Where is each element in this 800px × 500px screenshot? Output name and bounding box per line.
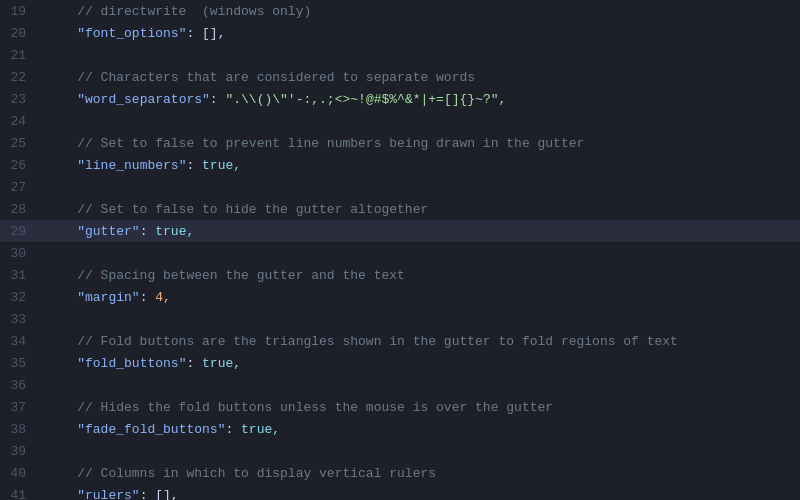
code-line: 23 "word_separators": ".\\()\"'-:,.;<>~!… bbox=[0, 88, 800, 110]
line-content: // Fold buttons are the triangles shown … bbox=[38, 334, 800, 349]
code-line: 33 bbox=[0, 308, 800, 330]
code-line: 32 "margin": 4, bbox=[0, 286, 800, 308]
line-content bbox=[38, 180, 800, 195]
line-content: "fade_fold_buttons": true, bbox=[38, 422, 800, 437]
line-number: 37 bbox=[0, 400, 38, 415]
line-number: 38 bbox=[0, 422, 38, 437]
line-content: // Hides the fold buttons unless the mou… bbox=[38, 400, 800, 415]
code-line: 29 "gutter": true, bbox=[0, 220, 800, 242]
code-line: 27 bbox=[0, 176, 800, 198]
line-number: 30 bbox=[0, 246, 38, 261]
line-number: 32 bbox=[0, 290, 38, 305]
code-line: 28 // Set to false to hide the gutter al… bbox=[0, 198, 800, 220]
code-line: 20 "font_options": [], bbox=[0, 22, 800, 44]
code-line: 21 bbox=[0, 44, 800, 66]
line-content bbox=[38, 444, 800, 459]
code-line: 38 "fade_fold_buttons": true, bbox=[0, 418, 800, 440]
line-content: // Spacing between the gutter and the te… bbox=[38, 268, 800, 283]
line-content bbox=[38, 48, 800, 63]
code-line: 37 // Hides the fold buttons unless the … bbox=[0, 396, 800, 418]
line-content bbox=[38, 114, 800, 129]
line-number: 33 bbox=[0, 312, 38, 327]
line-number: 25 bbox=[0, 136, 38, 151]
code-line: 24 bbox=[0, 110, 800, 132]
line-number: 24 bbox=[0, 114, 38, 129]
line-content: "rulers": [], bbox=[38, 488, 800, 501]
code-line: 19 // directwrite (windows only) bbox=[0, 0, 800, 22]
line-number: 31 bbox=[0, 268, 38, 283]
line-number: 35 bbox=[0, 356, 38, 371]
code-line: 40 // Columns in which to display vertic… bbox=[0, 462, 800, 484]
line-content: // directwrite (windows only) bbox=[38, 4, 800, 19]
line-content: // Characters that are considered to sep… bbox=[38, 70, 800, 85]
line-content: "word_separators": ".\\()\"'-:,.;<>~!@#$… bbox=[38, 92, 800, 107]
code-line: 35 "fold_buttons": true, bbox=[0, 352, 800, 374]
line-content: "fold_buttons": true, bbox=[38, 356, 800, 371]
line-number: 29 bbox=[0, 224, 38, 239]
code-line: 39 bbox=[0, 440, 800, 462]
line-content: "line_numbers": true, bbox=[38, 158, 800, 173]
line-content: "margin": 4, bbox=[38, 290, 800, 305]
line-number: 27 bbox=[0, 180, 38, 195]
line-number: 36 bbox=[0, 378, 38, 393]
code-line: 30 bbox=[0, 242, 800, 264]
code-editor: 19 // directwrite (windows only)20 "font… bbox=[0, 0, 800, 500]
line-content bbox=[38, 246, 800, 261]
line-number: 40 bbox=[0, 466, 38, 481]
line-number: 23 bbox=[0, 92, 38, 107]
line-number: 20 bbox=[0, 26, 38, 41]
line-content: // Set to false to hide the gutter altog… bbox=[38, 202, 800, 217]
code-line: 25 // Set to false to prevent line numbe… bbox=[0, 132, 800, 154]
line-number: 26 bbox=[0, 158, 38, 173]
line-number: 21 bbox=[0, 48, 38, 63]
line-content: // Set to false to prevent line numbers … bbox=[38, 136, 800, 151]
code-line: 26 "line_numbers": true, bbox=[0, 154, 800, 176]
code-line: 41 "rulers": [], bbox=[0, 484, 800, 500]
line-number: 28 bbox=[0, 202, 38, 217]
line-number: 19 bbox=[0, 4, 38, 19]
code-line: 34 // Fold buttons are the triangles sho… bbox=[0, 330, 800, 352]
line-content bbox=[38, 378, 800, 393]
line-number: 39 bbox=[0, 444, 38, 459]
line-number: 41 bbox=[0, 488, 38, 501]
line-content: // Columns in which to display vertical … bbox=[38, 466, 800, 481]
code-line: 22 // Characters that are considered to … bbox=[0, 66, 800, 88]
code-line: 36 bbox=[0, 374, 800, 396]
line-number: 34 bbox=[0, 334, 38, 349]
code-line: 31 // Spacing between the gutter and the… bbox=[0, 264, 800, 286]
line-number: 22 bbox=[0, 70, 38, 85]
line-content: "font_options": [], bbox=[38, 26, 800, 41]
line-content: "gutter": true, bbox=[38, 224, 800, 239]
line-content bbox=[38, 312, 800, 327]
